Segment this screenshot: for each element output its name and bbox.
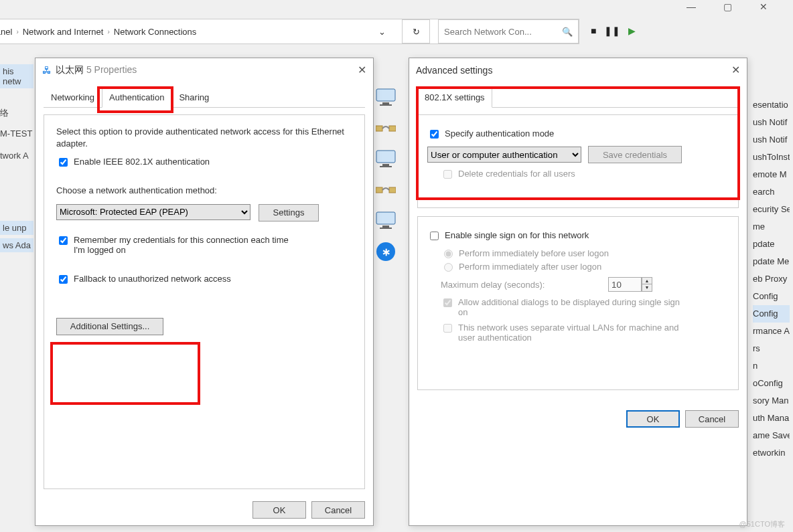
right-frag: pdate Me xyxy=(753,253,790,270)
network-adapter-icons: ∗ xyxy=(375,87,405,272)
additional-settings-button[interactable]: Additional Settings... xyxy=(56,318,163,335)
bluetooth-icon: ∗ xyxy=(376,242,395,261)
remember-label: Remember my credentials for this connect… xyxy=(74,235,301,255)
delete-credentials-checkbox xyxy=(443,170,452,179)
search-input[interactable]: Search Network Con... 🔍 xyxy=(438,19,579,43)
right-frag: me xyxy=(753,218,790,236)
vlan-label: This network uses separate virtual LANs … xyxy=(458,323,686,343)
sidebar-frag: le unp xyxy=(0,221,33,235)
chevron-right-icon: › xyxy=(16,28,18,35)
remember-credentials-checkbox[interactable] xyxy=(59,236,68,245)
breadcrumb-item[interactable]: Network Connections xyxy=(114,27,197,37)
svg-rect-2 xyxy=(380,104,392,106)
svg-rect-0 xyxy=(376,89,395,101)
play-icon[interactable]: ▶ xyxy=(628,25,636,36)
allow-dialogs-checkbox xyxy=(443,298,452,307)
save-credentials-button[interactable]: Save credentials xyxy=(588,146,682,163)
right-frag: emote M xyxy=(753,166,790,183)
tab-bar: 802.1X settings xyxy=(417,87,739,108)
vlan-checkbox xyxy=(443,324,452,333)
cancel-button[interactable]: Cancel xyxy=(311,501,365,519)
dialog-title: 以太网 5 Properties xyxy=(56,64,137,76)
right-frag: etworkin xyxy=(753,444,790,462)
ok-button[interactable]: OK xyxy=(253,501,306,519)
tab-sharing[interactable]: Sharing xyxy=(171,87,216,107)
svg-rect-3 xyxy=(376,126,382,131)
max-delay-label: Maximum delay (seconds): xyxy=(441,280,601,290)
fallback-label: Fallback to unauthorized network access xyxy=(74,274,231,284)
breadcrumb-item[interactable]: Network and Internet xyxy=(23,27,104,37)
cancel-button[interactable]: Cancel xyxy=(685,410,739,428)
right-frag: Config xyxy=(753,288,790,305)
media-controls: ■ ❚❚ ▶ xyxy=(591,25,636,36)
advanced-settings-dialog: Advanced settings ✕ 802.1X settings Spec… xyxy=(409,58,747,526)
specify-auth-mode-checkbox[interactable] xyxy=(430,130,439,139)
after-logon-radio xyxy=(444,263,453,272)
right-frag: esentatio xyxy=(753,96,790,114)
sidebar-frag: his netw xyxy=(0,64,33,88)
refresh-button[interactable]: ↻ xyxy=(402,19,430,43)
maximize-icon[interactable]: ▢ xyxy=(714,2,741,11)
tab-8021x-settings[interactable]: 802.1X settings xyxy=(417,87,492,108)
stop-icon[interactable]: ■ xyxy=(591,25,596,36)
close-icon[interactable]: ✕ xyxy=(358,64,366,76)
svg-rect-4 xyxy=(389,126,396,131)
right-frag: ecurity Se xyxy=(753,201,790,218)
dialog-title: Advanced settings xyxy=(416,65,492,76)
right-frag: ush Notif xyxy=(753,131,790,149)
allow-dialogs-label: Allow additional dialogs to be displayed… xyxy=(458,297,686,317)
fallback-checkbox[interactable] xyxy=(59,275,68,284)
right-frag: rmance Ac xyxy=(753,323,790,340)
search-placeholder: Search Network Con... xyxy=(444,27,532,37)
sidebar-frag: ws Ada xyxy=(0,238,33,252)
auth-method-select[interactable]: Microsoft: Protected EAP (PEAP) xyxy=(56,204,250,220)
right-frag: pdate xyxy=(753,236,790,253)
spinner: ▲▼ xyxy=(642,277,652,292)
right-frag: eb Proxy xyxy=(753,270,790,288)
right-frag: ame Save xyxy=(753,427,790,444)
svg-rect-6 xyxy=(382,164,389,166)
auth-mode-select[interactable]: User or computer authentication xyxy=(427,147,581,163)
dropdown-icon[interactable]: ⌄ xyxy=(368,27,395,37)
svg-rect-12 xyxy=(380,228,392,229)
intro-text: Select this option to provide authentica… xyxy=(56,126,352,150)
minimize-icon[interactable]: — xyxy=(678,2,705,11)
tab-authentication[interactable]: Authentication xyxy=(102,87,171,108)
close-icon[interactable]: ✕ xyxy=(750,2,777,11)
chevron-right-icon: › xyxy=(107,28,109,35)
right-frag: rs xyxy=(753,340,790,357)
ethernet-icon: 🖧 xyxy=(42,65,52,76)
before-logon-label: Perform immediately before user logon xyxy=(459,248,609,258)
ok-button[interactable]: OK xyxy=(626,410,680,428)
svg-rect-11 xyxy=(382,226,389,228)
pause-icon[interactable]: ❚❚ xyxy=(604,25,620,36)
after-logon-label: Perform immediately after user logon xyxy=(459,262,601,272)
enable-8021x-checkbox[interactable] xyxy=(59,158,68,167)
svg-rect-5 xyxy=(376,151,395,163)
svg-rect-1 xyxy=(382,102,389,104)
search-icon: 🔍 xyxy=(562,27,573,37)
close-icon[interactable]: ✕ xyxy=(731,64,740,76)
specify-auth-group: Specify authentication mode User or comp… xyxy=(417,114,739,208)
sidebar-frag: twork A xyxy=(0,151,29,161)
watermark: @51CTO博客 xyxy=(739,519,785,529)
enable-sso-checkbox[interactable] xyxy=(430,232,439,240)
enable-8021x-label: Enable IEEE 802.1X authentication xyxy=(74,157,210,167)
svg-rect-9 xyxy=(389,187,396,193)
breadcrumb-item[interactable]: ontrol Panel xyxy=(0,27,12,37)
choose-method-label: Choose a network authentication method: xyxy=(56,185,352,197)
right-frag: n xyxy=(753,357,790,375)
breadcrumb[interactable]: ontrol Panel › Network and Internet › Ne… xyxy=(0,19,579,44)
right-frag: Config xyxy=(753,305,790,323)
right-frag: uth Mana xyxy=(753,410,790,427)
settings-button[interactable]: Settings xyxy=(259,204,319,221)
svg-rect-7 xyxy=(380,166,392,167)
tab-networking[interactable]: Networking xyxy=(44,87,102,107)
right-frag: earch xyxy=(753,183,790,201)
svg-rect-8 xyxy=(376,187,382,193)
specify-auth-label: Specify authentication mode xyxy=(445,128,554,139)
enable-sso-label: Enable single sign on for this network xyxy=(445,230,589,240)
sidebar-frag: M-TEST xyxy=(0,128,32,139)
ethernet-properties-dialog: 🖧 以太网 5 Properties ✕ Networking Authenti… xyxy=(35,58,374,526)
svg-rect-10 xyxy=(376,212,395,224)
